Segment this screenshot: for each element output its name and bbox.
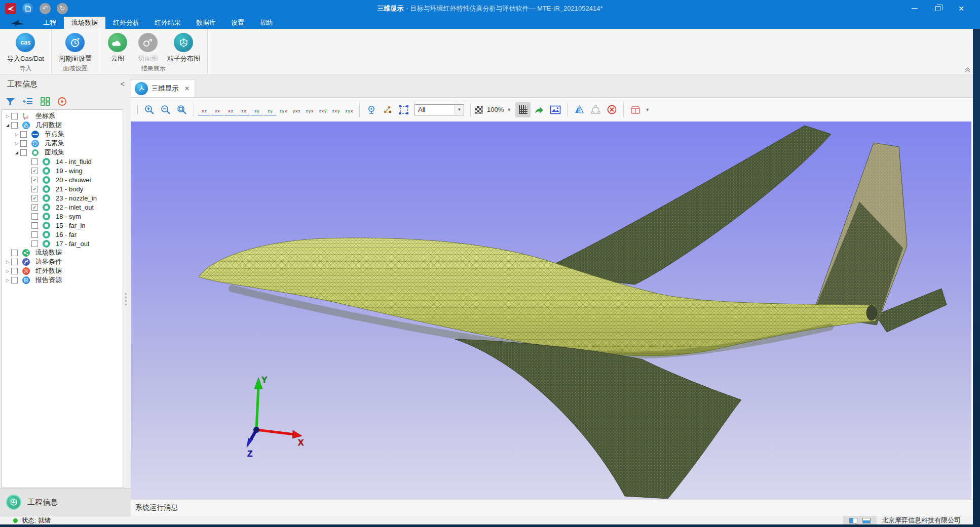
collapsed-arrow-icon[interactable]: ▷	[4, 269, 11, 273]
menu-item-4[interactable]: 红外结果	[147, 17, 189, 29]
tree-item[interactable]: ✓19 - wing	[2, 166, 123, 175]
particle-nodes-icon[interactable]	[380, 102, 395, 117]
splitter-handle[interactable]	[125, 291, 127, 307]
tree-item[interactable]: ▷节点集	[2, 130, 123, 139]
collapsed-arrow-icon[interactable]: ▷	[4, 114, 11, 118]
tree-checkbox[interactable]: ✓	[31, 177, 38, 183]
snapshot-button[interactable]	[548, 102, 563, 117]
tree-item[interactable]: ✓20 - chuiwei	[2, 175, 123, 184]
transparency-checker-icon[interactable]	[475, 106, 483, 114]
ribbon-collapse-icon[interactable]	[964, 66, 971, 74]
tree-checkbox[interactable]: ✓	[31, 186, 38, 192]
tree-checkbox[interactable]	[20, 149, 27, 156]
chevron-down-icon[interactable]: ▼	[645, 107, 650, 112]
tree-checkbox[interactable]	[11, 277, 18, 283]
tree-item[interactable]: 18 - sym	[2, 212, 123, 221]
list-outline-icon[interactable]	[23, 97, 33, 105]
save-button[interactable]	[22, 3, 33, 14]
zoom-out-icon[interactable]	[158, 102, 173, 117]
select-region-icon[interactable]	[396, 102, 411, 117]
view-iso-2[interactable]: yxz	[290, 104, 303, 115]
ribbon-button-cloud[interactable]: 云图	[103, 32, 132, 64]
expanded-arrow-icon[interactable]: ◢	[13, 150, 20, 155]
tree-item[interactable]: ▷Yzx坐标系	[2, 111, 123, 120]
tree-item[interactable]: 15 - far_in	[2, 221, 123, 230]
undo-button[interactable]: ↶	[40, 3, 51, 14]
tree-checkbox[interactable]: ✓	[31, 195, 38, 201]
menu-item-5[interactable]: 数据库	[189, 17, 223, 29]
collapsed-arrow-icon[interactable]: ▷	[13, 132, 20, 137]
view-iso-1[interactable]: zyx	[277, 104, 289, 115]
close-button[interactable]: ✕	[950, 0, 973, 17]
menu-item-7[interactable]: 帮助	[252, 17, 280, 29]
collapsed-arrow-icon[interactable]: ▷	[4, 278, 11, 282]
target-icon[interactable]	[57, 97, 67, 106]
view-top[interactable]: zy	[251, 104, 263, 115]
tree-item[interactable]: ▷元素集	[2, 139, 123, 148]
zoom-level-value[interactable]: 100%	[487, 106, 504, 113]
collapsed-arrow-icon[interactable]: ▷	[4, 260, 11, 264]
layout-left-panel-icon[interactable]	[849, 518, 857, 523]
ribbon-button-particle[interactable]: 粒子分布图	[164, 32, 203, 64]
tree-checkbox[interactable]	[31, 158, 38, 165]
tree-checkbox[interactable]	[31, 222, 38, 229]
tree-checkbox[interactable]	[11, 259, 18, 265]
tree-item[interactable]: 流场数据	[2, 248, 123, 257]
tree-item[interactable]: ▷红外数据	[2, 266, 123, 275]
view-right[interactable]: zx	[238, 104, 250, 115]
menu-item-6[interactable]: 设置	[223, 17, 252, 29]
tree-checkbox[interactable]	[11, 122, 18, 129]
tab-3d-view[interactable]: 三维显示 ✕	[131, 79, 195, 97]
tree-item[interactable]: ◢面域集	[2, 148, 123, 157]
panel-collapse-button[interactable]: <	[121, 80, 125, 88]
viewport-3d[interactable]: Y X Z	[131, 121, 973, 499]
mirror-button[interactable]	[572, 102, 587, 117]
view-iso-6[interactable]: zyx	[343, 104, 355, 115]
view-bottom[interactable]: zy	[264, 104, 276, 115]
grid-view-icon[interactable]	[41, 97, 50, 106]
view-iso-5[interactable]: zxy	[330, 104, 342, 115]
tree-checkbox[interactable]	[31, 231, 38, 238]
menu-item-2[interactable]: 流场数据	[64, 17, 105, 29]
tree-item[interactable]: ▷边界条件	[2, 257, 123, 266]
tree-item[interactable]: 14 - int_fluid	[2, 157, 123, 166]
tree-item[interactable]: ✓23 - nozzle_in	[2, 193, 123, 202]
view-iso-4[interactable]: zxy	[317, 104, 329, 115]
tree-checkbox[interactable]	[20, 140, 27, 147]
tree-checkbox[interactable]	[31, 213, 38, 220]
view-left[interactable]: xz	[224, 104, 237, 115]
zoom-level-caret-icon[interactable]: ▼	[507, 107, 511, 112]
probe-icon[interactable]	[364, 102, 379, 117]
view-front[interactable]: xz	[198, 104, 210, 115]
grid-toggle-button[interactable]	[515, 102, 531, 117]
tree-checkbox[interactable]	[20, 131, 27, 138]
section-box-button[interactable]	[628, 102, 643, 117]
tab-close-icon[interactable]: ✕	[184, 85, 190, 92]
tree-checkbox[interactable]	[31, 240, 38, 247]
menu-item-1[interactable]: 工程	[35, 17, 64, 29]
zoom-fit-icon[interactable]	[174, 102, 190, 117]
app-icon[interactable]	[5, 3, 16, 14]
combobox-dropdown-icon[interactable]: ▼	[455, 105, 464, 115]
redo-button[interactable]: ↻	[57, 3, 68, 14]
filter-funnel-icon[interactable]	[5, 97, 16, 106]
tree-checkbox[interactable]	[11, 113, 18, 119]
tree-checkbox[interactable]: ✓	[31, 168, 38, 174]
view-iso-3[interactable]: zyx	[304, 104, 316, 115]
tree-checkbox[interactable]	[11, 250, 18, 256]
ribbon-button-cas[interactable]: cas导入Cas/Dat	[4, 32, 47, 64]
view-back[interactable]: zx	[211, 104, 223, 115]
tree-item[interactable]: 16 - far	[2, 230, 123, 239]
expanded-arrow-icon[interactable]: ◢	[4, 123, 11, 128]
layout-bottom-panel-icon[interactable]	[862, 518, 871, 523]
restore-button[interactable]	[926, 0, 950, 17]
collapsed-arrow-icon[interactable]: ▷	[13, 141, 20, 146]
tree-item[interactable]: ✓22 - inlet_out	[2, 202, 123, 212]
zoom-in-icon[interactable]	[142, 102, 157, 117]
ribbon-button-clock[interactable]: 周期面设置	[56, 32, 95, 64]
tree-checkbox[interactable]: ✓	[31, 204, 38, 211]
toolbar-grip[interactable]	[134, 105, 138, 114]
tree-checkbox[interactable]	[11, 268, 18, 274]
menu-item-3[interactable]: 红外分析	[105, 17, 147, 29]
panel-footer-button[interactable]: 工程信息	[0, 488, 131, 516]
